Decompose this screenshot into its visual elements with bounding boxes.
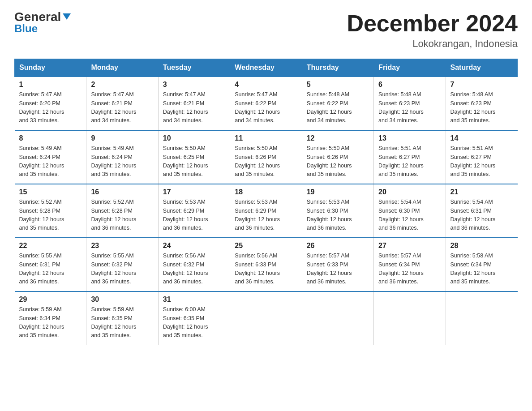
day-info: Sunrise: 5:50 AM Sunset: 6:26 PM Dayligh… [307, 144, 369, 179]
day-info: Sunrise: 5:54 AM Sunset: 6:31 PM Dayligh… [450, 198, 513, 233]
day-info: Sunrise: 5:51 AM Sunset: 6:27 PM Dayligh… [450, 144, 513, 179]
day-number: 20 [378, 188, 441, 196]
day-info: Sunrise: 5:47 AM Sunset: 6:21 PM Dayligh… [163, 90, 225, 125]
day-info: Sunrise: 5:47 AM Sunset: 6:21 PM Dayligh… [91, 90, 153, 125]
table-row: 20 Sunrise: 5:54 AM Sunset: 6:30 PM Dayl… [374, 184, 446, 238]
table-row: 31 Sunrise: 6:00 AM Sunset: 6:35 PM Dayl… [158, 291, 230, 345]
day-number: 17 [163, 188, 225, 196]
day-info: Sunrise: 5:48 AM Sunset: 6:22 PM Dayligh… [307, 90, 369, 125]
table-row: 1 Sunrise: 5:47 AM Sunset: 6:20 PM Dayli… [15, 77, 86, 130]
day-info: Sunrise: 5:52 AM Sunset: 6:28 PM Dayligh… [19, 198, 82, 233]
table-row: 11 Sunrise: 5:50 AM Sunset: 6:26 PM Dayl… [230, 130, 302, 184]
table-row: 13 Sunrise: 5:51 AM Sunset: 6:27 PM Dayl… [374, 130, 446, 184]
day-info: Sunrise: 5:58 AM Sunset: 6:34 PM Dayligh… [450, 252, 513, 287]
day-number: 15 [19, 188, 82, 196]
day-number: 22 [19, 242, 82, 250]
table-row: 23 Sunrise: 5:55 AM Sunset: 6:32 PM Dayl… [86, 238, 158, 291]
table-row: 3 Sunrise: 5:47 AM Sunset: 6:21 PM Dayli… [158, 77, 230, 130]
day-info: Sunrise: 5:56 AM Sunset: 6:33 PM Dayligh… [235, 252, 297, 287]
table-row: 21 Sunrise: 5:54 AM Sunset: 6:31 PM Dayl… [446, 184, 517, 238]
day-info: Sunrise: 5:49 AM Sunset: 6:24 PM Dayligh… [91, 144, 153, 179]
table-row: 8 Sunrise: 5:49 AM Sunset: 6:24 PM Dayli… [15, 130, 86, 184]
col-thursday: Thursday [302, 59, 373, 77]
table-row: 10 Sunrise: 5:50 AM Sunset: 6:25 PM Dayl… [158, 130, 230, 184]
day-info: Sunrise: 5:59 AM Sunset: 6:35 PM Dayligh… [91, 305, 153, 340]
day-number: 24 [163, 242, 225, 250]
table-row [446, 291, 517, 345]
calendar-table: Sunday Monday Tuesday Wednesday Thursday… [14, 59, 518, 345]
day-number: 26 [307, 242, 369, 250]
day-info: Sunrise: 5:55 AM Sunset: 6:32 PM Dayligh… [91, 252, 153, 287]
col-friday: Friday [374, 59, 446, 77]
day-info: Sunrise: 5:57 AM Sunset: 6:33 PM Dayligh… [307, 252, 369, 287]
table-row [302, 291, 373, 345]
day-number: 25 [235, 242, 297, 250]
day-number: 14 [450, 134, 513, 142]
calendar-week-row: 8 Sunrise: 5:49 AM Sunset: 6:24 PM Dayli… [15, 130, 518, 184]
calendar-week-row: 15 Sunrise: 5:52 AM Sunset: 6:28 PM Dayl… [15, 184, 518, 238]
calendar-week-row: 1 Sunrise: 5:47 AM Sunset: 6:20 PM Dayli… [15, 77, 518, 130]
table-row: 9 Sunrise: 5:49 AM Sunset: 6:24 PM Dayli… [86, 130, 158, 184]
logo-blue: Blue [14, 22, 38, 35]
day-number: 27 [378, 242, 441, 250]
table-row: 12 Sunrise: 5:50 AM Sunset: 6:26 PM Dayl… [302, 130, 373, 184]
day-number: 8 [19, 134, 82, 142]
table-row: 18 Sunrise: 5:53 AM Sunset: 6:29 PM Dayl… [230, 184, 302, 238]
day-number: 21 [450, 188, 513, 196]
day-number: 23 [91, 242, 153, 250]
table-row: 28 Sunrise: 5:58 AM Sunset: 6:34 PM Dayl… [446, 238, 517, 291]
day-number: 9 [91, 134, 153, 142]
day-info: Sunrise: 5:49 AM Sunset: 6:24 PM Dayligh… [19, 144, 82, 179]
day-number: 6 [378, 81, 441, 89]
table-row: 16 Sunrise: 5:52 AM Sunset: 6:28 PM Dayl… [86, 184, 158, 238]
calendar-week-row: 22 Sunrise: 5:55 AM Sunset: 6:31 PM Dayl… [15, 238, 518, 291]
col-sunday: Sunday [15, 59, 86, 77]
day-info: Sunrise: 5:50 AM Sunset: 6:26 PM Dayligh… [235, 144, 297, 179]
day-info: Sunrise: 5:54 AM Sunset: 6:30 PM Dayligh… [378, 198, 441, 233]
day-number: 30 [91, 295, 153, 304]
day-number: 19 [307, 188, 369, 196]
day-number: 31 [163, 295, 225, 304]
table-row: 2 Sunrise: 5:47 AM Sunset: 6:21 PM Dayli… [86, 77, 158, 130]
month-year-title: December 2024 [347, 11, 518, 36]
table-row: 26 Sunrise: 5:57 AM Sunset: 6:33 PM Dayl… [302, 238, 373, 291]
day-number: 13 [378, 134, 441, 142]
svg-marker-0 [63, 13, 71, 20]
table-row: 27 Sunrise: 5:57 AM Sunset: 6:34 PM Dayl… [374, 238, 446, 291]
day-info: Sunrise: 5:53 AM Sunset: 6:29 PM Dayligh… [235, 198, 297, 233]
day-info: Sunrise: 5:53 AM Sunset: 6:29 PM Dayligh… [163, 198, 225, 233]
table-row: 25 Sunrise: 5:56 AM Sunset: 6:33 PM Dayl… [230, 238, 302, 291]
day-info: Sunrise: 5:50 AM Sunset: 6:25 PM Dayligh… [163, 144, 225, 179]
page-header: General Blue December 2024 Lokokrangan, … [14, 11, 518, 50]
table-row: 6 Sunrise: 5:48 AM Sunset: 6:23 PM Dayli… [374, 77, 446, 130]
table-row: 14 Sunrise: 5:51 AM Sunset: 6:27 PM Dayl… [446, 130, 517, 184]
day-info: Sunrise: 5:51 AM Sunset: 6:27 PM Dayligh… [378, 144, 441, 179]
table-row: 17 Sunrise: 5:53 AM Sunset: 6:29 PM Dayl… [158, 184, 230, 238]
day-number: 16 [91, 188, 153, 196]
day-info: Sunrise: 5:53 AM Sunset: 6:30 PM Dayligh… [307, 198, 369, 233]
calendar-week-row: 29 Sunrise: 5:59 AM Sunset: 6:34 PM Dayl… [15, 291, 518, 345]
day-info: Sunrise: 5:59 AM Sunset: 6:34 PM Dayligh… [19, 305, 82, 340]
col-wednesday: Wednesday [230, 59, 302, 77]
col-saturday: Saturday [446, 59, 517, 77]
day-number: 11 [235, 134, 297, 142]
day-info: Sunrise: 5:57 AM Sunset: 6:34 PM Dayligh… [378, 252, 441, 287]
logo-general: General [14, 11, 61, 23]
day-info: Sunrise: 5:52 AM Sunset: 6:28 PM Dayligh… [91, 198, 153, 233]
table-row: 19 Sunrise: 5:53 AM Sunset: 6:30 PM Dayl… [302, 184, 373, 238]
day-info: Sunrise: 6:00 AM Sunset: 6:35 PM Dayligh… [163, 305, 225, 340]
day-number: 28 [450, 242, 513, 250]
table-row: 30 Sunrise: 5:59 AM Sunset: 6:35 PM Dayl… [86, 291, 158, 345]
day-number: 1 [19, 81, 82, 89]
table-row: 22 Sunrise: 5:55 AM Sunset: 6:31 PM Dayl… [15, 238, 86, 291]
col-monday: Monday [86, 59, 158, 77]
day-number: 2 [91, 81, 153, 89]
table-row: 4 Sunrise: 5:47 AM Sunset: 6:22 PM Dayli… [230, 77, 302, 130]
table-row [374, 291, 446, 345]
table-row: 24 Sunrise: 5:56 AM Sunset: 6:32 PM Dayl… [158, 238, 230, 291]
title-section: December 2024 Lokokrangan, Indonesia [347, 11, 518, 50]
day-info: Sunrise: 5:48 AM Sunset: 6:23 PM Dayligh… [378, 90, 441, 125]
day-info: Sunrise: 5:56 AM Sunset: 6:32 PM Dayligh… [163, 252, 225, 287]
day-number: 5 [307, 81, 369, 89]
day-number: 12 [307, 134, 369, 142]
